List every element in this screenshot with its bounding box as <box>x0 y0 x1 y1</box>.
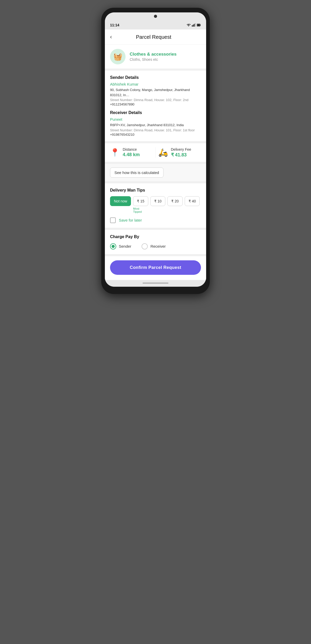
svg-rect-1 <box>193 25 194 27</box>
category-name: Clothes & accessories <box>130 52 176 57</box>
receiver-details-subsection: Receiver Details Puneet R6FP+XV, Jamshed… <box>110 110 201 137</box>
most-tipped-label: Most Tipped <box>133 207 148 213</box>
tip-button-not-now[interactable]: Not now <box>110 196 131 206</box>
tip-option-1: ₹ 15 Most Tipped <box>133 196 148 213</box>
sender-details-section: Sender Details Abhishek Kumar 90, Subhas… <box>105 71 206 143</box>
receiver-phone: +919876543210 <box>110 133 201 137</box>
category-card: 🧺 Clothes & accessories Cloths, Shoes et… <box>105 45 206 71</box>
home-bar <box>143 283 168 284</box>
camera-dot <box>154 15 157 18</box>
distance-icon: 📍 <box>110 148 120 157</box>
receiver-section-title: Receiver Details <box>110 110 201 115</box>
svg-rect-0 <box>192 25 193 27</box>
charge-section-title: Charge Pay By <box>110 234 201 239</box>
tips-title: Delivery Man Tips <box>110 188 201 193</box>
tip-button-15[interactable]: ₹ 15 <box>133 196 148 206</box>
divider <box>156 147 156 158</box>
charge-option-sender[interactable]: Sender <box>110 243 131 249</box>
tip-option-0: Not now <box>110 196 131 206</box>
fee-value: ₹ 41.83 <box>171 152 191 158</box>
fee-info: Delivery Fee ₹ 41.83 <box>171 147 191 158</box>
distance-label: Distance <box>123 147 140 151</box>
delivery-fee-icon: 🛵 <box>158 148 168 157</box>
sender-radio[interactable] <box>110 243 116 249</box>
wifi-icon <box>186 23 191 27</box>
header: ‹ Parcel Request <box>105 29 206 45</box>
phone-frame: 11:14 <box>101 8 210 294</box>
tip-button-10[interactable]: ₹ 10 <box>150 196 165 206</box>
tips-row: Not now ₹ 15 Most Tipped ₹ 10 ₹ 20 <box>110 196 201 213</box>
svg-rect-3 <box>195 23 196 27</box>
status-icons <box>186 23 201 27</box>
save-for-later-checkbox[interactable] <box>110 217 116 223</box>
sender-name: Abhishek Kumar <box>110 82 201 86</box>
fee-label: Delivery Fee <box>171 147 191 151</box>
sender-street-detail: Street Number: Dimna Road, House: 102, F… <box>110 98 201 102</box>
category-icon: 🧺 <box>110 49 126 64</box>
sender-address: 90, Subhash Colony, Mango, Jamshedpur, J… <box>110 87 201 97</box>
tips-section: Delivery Man Tips Not now ₹ 15 Most Tipp… <box>105 183 206 230</box>
charge-options: Sender Receiver <box>110 243 201 249</box>
receiver-radio-label: Receiver <box>150 244 166 248</box>
see-how-calculated-button[interactable]: See how this is calculated <box>110 168 164 178</box>
distance-fee-section: 📍 Distance 4.48 km 🛵 Delivery Fee ₹ 41.8… <box>105 143 206 164</box>
save-for-later-label: Save for later <box>119 218 142 222</box>
tip-option-4: ₹ 40 <box>185 196 200 206</box>
status-bar: 11:14 <box>105 20 206 29</box>
back-button[interactable]: ‹ <box>110 34 112 40</box>
receiver-street-detail: Street Number: Dimna Road, House: 101, F… <box>110 128 201 132</box>
confirm-section: Confirm Parcel Request <box>105 256 206 280</box>
signal-icon <box>192 23 196 27</box>
fee-item: 🛵 Delivery Fee ₹ 41.83 <box>158 147 201 158</box>
svg-rect-2 <box>194 24 195 27</box>
distance-item: 📍 Distance 4.48 km <box>110 147 153 158</box>
phone-screen: 11:14 <box>105 12 206 287</box>
tip-button-20[interactable]: ₹ 20 <box>167 196 182 206</box>
sender-radio-inner <box>112 245 115 248</box>
category-info: Clothes & accessories Cloths, Shoes etc <box>130 52 176 62</box>
battery-icon <box>197 23 201 27</box>
svg-rect-5 <box>197 24 200 26</box>
confirm-parcel-request-button[interactable]: Confirm Parcel Request <box>110 260 201 275</box>
charge-pay-by-section: Charge Pay By Sender Receiver <box>105 230 206 256</box>
category-subtitle: Cloths, Shoes etc <box>130 57 176 62</box>
home-indicator <box>105 280 206 287</box>
sender-radio-label: Sender <box>119 244 131 248</box>
sender-phone: +911234567890 <box>110 102 201 106</box>
svg-rect-6 <box>200 25 201 26</box>
charge-option-receiver[interactable]: Receiver <box>142 243 166 249</box>
receiver-radio[interactable] <box>142 243 148 249</box>
app-content: ‹ Parcel Request 🧺 Clothes & accessories… <box>105 29 206 280</box>
tip-option-2: ₹ 10 <box>150 196 165 206</box>
receiver-name: Puneet <box>110 117 201 122</box>
save-for-later-row: Save for later <box>110 217 201 223</box>
category-emoji: 🧺 <box>113 52 122 61</box>
page-title: Parcel Request <box>115 34 192 40</box>
status-time: 11:14 <box>110 23 119 27</box>
top-bar <box>105 12 206 20</box>
tip-option-3: ₹ 20 <box>167 196 182 206</box>
sender-section-title: Sender Details <box>110 75 201 80</box>
calc-section: See how this is calculated <box>105 164 206 183</box>
receiver-address: R6FP+XV, Jamshedpur, Jharkhand 831012, I… <box>110 123 201 128</box>
tip-button-40[interactable]: ₹ 40 <box>185 196 200 206</box>
distance-value: 4.48 km <box>123 152 140 157</box>
distance-info: Distance 4.48 km <box>123 147 140 157</box>
